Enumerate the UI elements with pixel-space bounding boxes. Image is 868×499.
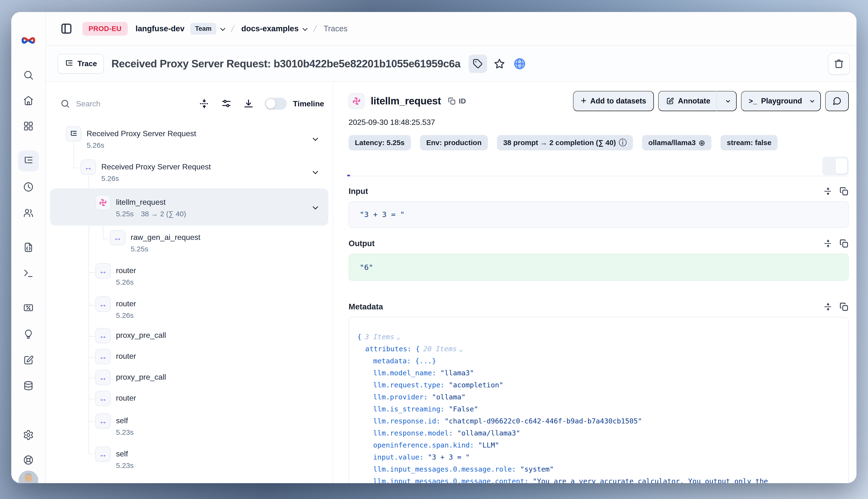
- output-value: "6": [360, 263, 373, 272]
- bookmark-star-button[interactable]: [492, 56, 507, 72]
- timeline-label: Timeline: [293, 99, 324, 108]
- output-section-header: Output: [349, 239, 849, 248]
- users-icon: [23, 207, 34, 218]
- node-type-icon: ↔: [95, 370, 111, 385]
- org-name[interactable]: langfuse-dev: [135, 24, 184, 33]
- tree-node-row[interactable]: litellm_request 5.25s 38 → 2 (∑ 40): [50, 188, 328, 226]
- sidebar-item-users[interactable]: [18, 203, 39, 223]
- json-expand-chevron[interactable]: ⌄: [459, 345, 463, 353]
- search-icon: [60, 99, 70, 109]
- tree-node-row[interactable]: ↔ router 5.26s: [50, 259, 328, 292]
- node-text: router 5.26s: [116, 263, 136, 286]
- tree-node-row[interactable]: ↔ raw_gen_ai_request 5.25s: [50, 226, 328, 259]
- tree-node-row[interactable]: ↔ router: [50, 346, 328, 367]
- copy-icon[interactable]: [839, 186, 849, 196]
- span-icon: ↔: [99, 300, 107, 308]
- observation-title: litellm_request: [371, 95, 441, 107]
- public-globe-button[interactable]: [512, 56, 527, 72]
- node-text: self 5.23s: [116, 413, 134, 436]
- node-duration: 5.25s: [116, 210, 134, 218]
- trace-tree: Received Proxy Server Request 5.26s ↔: [46, 122, 333, 475]
- tags-button[interactable]: [469, 54, 487, 73]
- tree-node-row[interactable]: ↔ proxy_pre_call: [50, 325, 328, 346]
- add-to-datasets-button[interactable]: + Add to datasets: [573, 91, 654, 111]
- span-icon: ↔: [99, 267, 107, 275]
- collapse-section-icon[interactable]: [823, 186, 833, 196]
- node-text: self 5.23s: [116, 447, 134, 470]
- timeline-toggle[interactable]: [265, 98, 287, 110]
- project-chevron-icon[interactable]: [303, 26, 308, 31]
- tree-node-row[interactable]: ↔ router 5.26s: [50, 292, 328, 325]
- status-badge: Env: production: [420, 135, 488, 150]
- tree-node-row[interactable]: ↔ router: [50, 388, 328, 409]
- avatar-image: [19, 471, 38, 483]
- tree-node-row[interactable]: ↔ self 5.23s: [50, 442, 328, 475]
- square-pen-icon: [666, 97, 674, 105]
- project-name[interactable]: docs-examples: [241, 24, 298, 33]
- status-badge: ollama/llama3 ⊕: [642, 135, 711, 150]
- badge-icon[interactable]: ⓘ: [619, 137, 627, 148]
- search-input[interactable]: [76, 99, 148, 108]
- generation-type-icon: [349, 93, 365, 109]
- sidebar-item-support[interactable]: [18, 450, 39, 470]
- toggle-knob: [266, 99, 276, 109]
- trace-type-pill: Trace: [58, 54, 104, 74]
- tree-node-row[interactable]: Received Proxy Server Request 5.26s: [50, 122, 328, 155]
- chevron-down-icon[interactable]: [313, 204, 318, 209]
- breadcrumb-separator: /: [313, 24, 318, 34]
- sidebar-item-playground[interactable]: [18, 263, 39, 284]
- node-duration: 5.26s: [116, 278, 134, 286]
- span-icon: ↔: [99, 374, 107, 381]
- node-sub: 5.23s: [116, 461, 134, 470]
- tree-node-row[interactable]: ↔ self 5.23s: [50, 409, 328, 442]
- display-settings-icon[interactable]: [221, 98, 232, 109]
- download-icon[interactable]: [243, 98, 254, 109]
- sidebar-item-evaluators[interactable]: [18, 297, 39, 318]
- sidebar-item-datasets[interactable]: [18, 375, 39, 396]
- detail-tabs: [349, 156, 363, 176]
- icon-sidebar: [11, 12, 46, 483]
- output-section-title: Output: [349, 239, 375, 248]
- sidebar-item-judge[interactable]: [18, 324, 39, 344]
- node-label: Received Proxy Server Request: [101, 159, 211, 174]
- environment-badge: PROD-EU: [82, 22, 128, 36]
- collapse-section-icon[interactable]: [823, 239, 833, 248]
- breadcrumb-section[interactable]: Traces: [323, 24, 347, 33]
- collapse-all-icon[interactable]: [199, 98, 210, 109]
- copy-icon[interactable]: [839, 239, 849, 248]
- chevron-down-icon[interactable]: [313, 135, 318, 141]
- copy-icon[interactable]: [839, 302, 849, 312]
- input-section-title: Input: [349, 187, 368, 196]
- collapse-section-icon[interactable]: [823, 302, 833, 312]
- id-label: ID: [459, 97, 466, 105]
- sidebar-item-sessions[interactable]: [18, 177, 39, 197]
- sidebar-item-tracing[interactable]: [18, 150, 39, 171]
- sidebar-item-search[interactable]: [18, 65, 39, 85]
- sidebar-item-prompts[interactable]: [18, 237, 39, 258]
- tree-node-row[interactable]: ↔ Received Proxy Server Request 5.26s: [50, 155, 328, 188]
- chevron-down-icon[interactable]: [313, 169, 318, 174]
- avatar[interactable]: [19, 471, 38, 483]
- copy-id-button[interactable]: ID: [448, 97, 466, 105]
- sidebar-toggle-button[interactable]: [59, 21, 74, 36]
- annotate-dropdown-chevron[interactable]: [726, 98, 730, 102]
- panel-left-icon: [60, 22, 73, 35]
- org-chevron-icon[interactable]: [220, 26, 225, 31]
- playground-button[interactable]: >_ Playground: [741, 91, 821, 111]
- sidebar-item-settings[interactable]: [18, 425, 39, 445]
- format-option[interactable]: [824, 158, 835, 174]
- terminal-icon: [23, 268, 34, 279]
- delete-trace-button[interactable]: [828, 53, 850, 75]
- annotate-button[interactable]: Annotate: [658, 91, 737, 111]
- tree-node-row[interactable]: ↔ proxy_pre_call: [50, 367, 328, 388]
- sidebar-item-home[interactable]: [18, 90, 39, 111]
- sidebar-item-dashboards[interactable]: [18, 116, 39, 136]
- langfuse-logo: [22, 35, 35, 46]
- sidebar-item-annotation[interactable]: [18, 350, 39, 370]
- format-option[interactable]: [835, 158, 847, 174]
- badge-icon[interactable]: ⊕: [699, 138, 705, 147]
- comments-button[interactable]: [825, 91, 849, 111]
- output-value-box: "6": [349, 254, 849, 281]
- json-expand-chevron[interactable]: ⌄: [396, 333, 400, 341]
- node-type-icon: ↔: [95, 328, 111, 343]
